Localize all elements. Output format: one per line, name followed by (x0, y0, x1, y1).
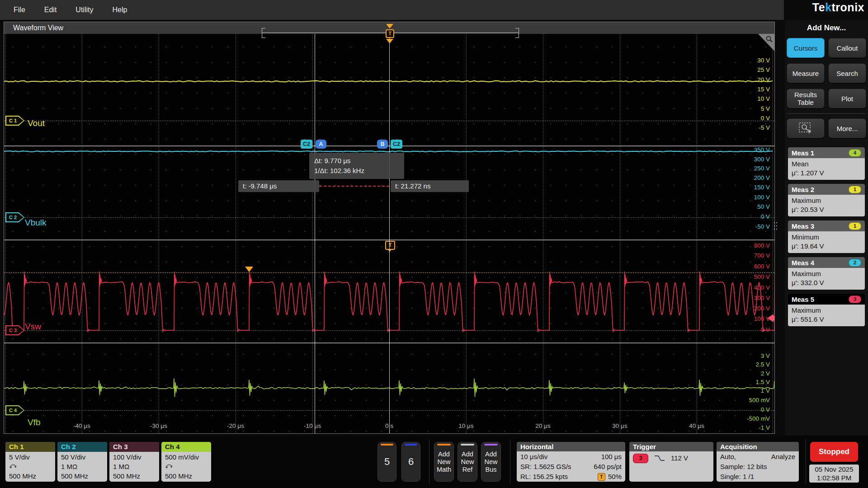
axis-label: -500 mV (720, 415, 770, 422)
channel-impedance: 1 MΩ (113, 462, 159, 471)
add-new-ref-button[interactable]: AddNewRef (458, 442, 477, 482)
channel-scale: 100 V/div (113, 452, 159, 462)
meas-card-meas-4[interactable]: Meas 42Maximumμ': 332.0 V (788, 257, 865, 290)
cursor-b-source-badge[interactable]: C2 (391, 140, 402, 149)
menu-utility[interactable]: Utility (75, 6, 93, 14)
cursor-b-badge[interactable]: B (377, 140, 388, 149)
probe-icon (165, 463, 173, 469)
time-label: -20 μs (217, 422, 255, 429)
horizontal-panel[interactable]: Horizontal 10 μs/div100 μs SR: 1.5625 GS… (517, 442, 625, 482)
falling-edge-icon (654, 455, 665, 462)
acquisition-sample: Sample: 12 bits (720, 462, 795, 472)
time: 1:02:58 PM (809, 474, 859, 482)
more-button[interactable]: More... (828, 118, 866, 138)
sidebar-button-measure[interactable]: Measure (787, 63, 825, 83)
sidebar-button-callout[interactable]: Callout (828, 38, 866, 58)
channel-card-ch-4[interactable]: Ch 4500 mV/div500 MHz (161, 442, 211, 482)
axis-label: 15 V (720, 86, 770, 93)
tektronix-logo: Tektronix (812, 1, 864, 14)
acquisition-analyze: Analyze (771, 452, 795, 462)
axis-label: 500 mV (720, 397, 770, 404)
trigger-level: 112 V (671, 453, 688, 463)
menu-help[interactable]: Help (112, 6, 127, 14)
axis-label: 5 V (720, 105, 770, 112)
axis-label: -50 V (720, 223, 770, 230)
cursor-connector-line (319, 186, 389, 187)
cursor-a-line[interactable] (315, 34, 315, 433)
add-new-bus-button[interactable]: AddNewBus (481, 442, 501, 482)
channel-scale: 5 V/div (9, 452, 55, 462)
channel-button-6[interactable]: 6 (401, 442, 420, 482)
sidebar-button-plot[interactable]: Plot (828, 89, 866, 108)
probe-icon (9, 463, 17, 469)
magnifier-icon (765, 35, 773, 43)
axis-label: 300 V (720, 295, 770, 301)
meas-card-header: Meas 14 (788, 147, 865, 158)
button-color-stripe (437, 444, 451, 446)
axis-label: 1 V (720, 387, 770, 394)
channel-name-vout: Vout (28, 118, 45, 128)
cursor-inverse-delta-t: 1/Δt: 102.36 kHz (314, 166, 399, 176)
trigger-panel[interactable]: Trigger 3 112 V (629, 442, 713, 482)
date-time[interactable]: 05 Nov 2025 1:02:58 PM (809, 465, 859, 483)
time-label: 10 μs (447, 422, 485, 429)
meas-source-badge: 4 (849, 149, 861, 157)
graticule[interactable]: Δt: 9.770 μs 1/Δt: 102.36 kHz t: -9.748 … (4, 34, 774, 433)
meas-type: Mean (792, 160, 861, 169)
time-label: -30 μs (140, 422, 178, 429)
sidebar-button-search[interactable]: Search (828, 63, 866, 83)
channel-scale: 500 mV/div (165, 452, 211, 462)
meas-card-meas-3[interactable]: Meas 31Minimumμ': 19.64 V (788, 221, 865, 253)
run-stop-status[interactable]: Stopped (810, 442, 858, 462)
add-new-math-button[interactable]: AddNewMath (434, 442, 454, 482)
cursor-delta-readout: Δt: 9.770 μs 1/Δt: 102.36 kHz (309, 153, 404, 179)
date: 05 Nov 2025 (809, 465, 859, 474)
acquisition-panel[interactable]: Acquisition Auto,Analyze Sample: 12 bits… (717, 442, 799, 482)
button-color-stripe (461, 444, 474, 446)
channel-color-stripe (405, 444, 417, 446)
menu-bar: FileEditUtilityHelp (0, 0, 784, 20)
meas-card-meas-5[interactable]: Meas 53Maximumμ': 551.6 V (788, 294, 865, 326)
zoom-select-button[interactable] (787, 118, 825, 138)
record-length: RL: 156.25 kpts (520, 472, 568, 482)
trigger-source-marker: T (385, 241, 395, 250)
channel-button-5[interactable]: 5 (377, 442, 396, 482)
meas-card-title: Meas 3 (792, 222, 814, 230)
channel-bandwidth: 500 MHz (61, 471, 107, 481)
menu-file[interactable]: File (14, 6, 25, 14)
channel-card-ch-1[interactable]: Ch 15 V/div500 MHz (5, 442, 55, 482)
axis-label: 1.5 V (720, 379, 770, 385)
axis-label: 500 V (720, 273, 770, 280)
meas-card-meas-2[interactable]: Meas 21Maximumμ': 20.53 V (788, 184, 865, 216)
sidebar-button-cursors[interactable]: Cursors (787, 38, 825, 58)
panel-drag-handle[interactable] (774, 222, 778, 230)
axis-label: 2 V (720, 370, 770, 377)
menu-edit[interactable]: Edit (44, 6, 57, 14)
cursor-a-source-badge[interactable]: C2 (301, 140, 312, 149)
time-label: -40 μs (63, 422, 101, 429)
meas-card-body: Meanμ': 1.207 V (788, 158, 865, 180)
meas-card-title: Meas 2 (792, 186, 814, 193)
area-zoom-icon (798, 122, 813, 135)
logo-text-2: tronix (832, 1, 864, 14)
acquisition-panel-title: Acquisition (717, 442, 799, 451)
sidebar-button-results-table[interactable]: Results Table (787, 89, 825, 108)
trigger-source-badge: 3 (633, 454, 648, 463)
channel-card-header: Ch 4 (161, 442, 211, 452)
meas-type: Maximum (792, 306, 861, 315)
meas-card-header: Meas 31 (788, 221, 865, 231)
channel-card-ch-3[interactable]: Ch 3100 V/div1 MΩ500 MHz (109, 442, 159, 482)
meas-value: μ': 20.53 V (792, 205, 861, 214)
axis-label: 10 V (720, 95, 770, 102)
meas-card-body: Maximumμ': 20.53 V (788, 195, 865, 216)
meas-card-meas-1[interactable]: Meas 14Meanμ': 1.207 V (788, 147, 865, 180)
channel-card-ch-2[interactable]: Ch 250 V/div1 MΩ500 MHz (57, 442, 107, 482)
cursor-a-badge[interactable]: A (316, 140, 326, 149)
axis-label: 700 V (720, 252, 770, 259)
trace-vbulk (4, 151, 773, 152)
meas-card-header: Meas 53 (788, 294, 865, 305)
cursor-b-line[interactable] (389, 34, 390, 433)
axis-label: -1 V (720, 424, 770, 431)
meas-card-body: Maximumμ': 551.6 V (788, 305, 865, 326)
meas-value: μ': 1.207 V (792, 169, 861, 178)
